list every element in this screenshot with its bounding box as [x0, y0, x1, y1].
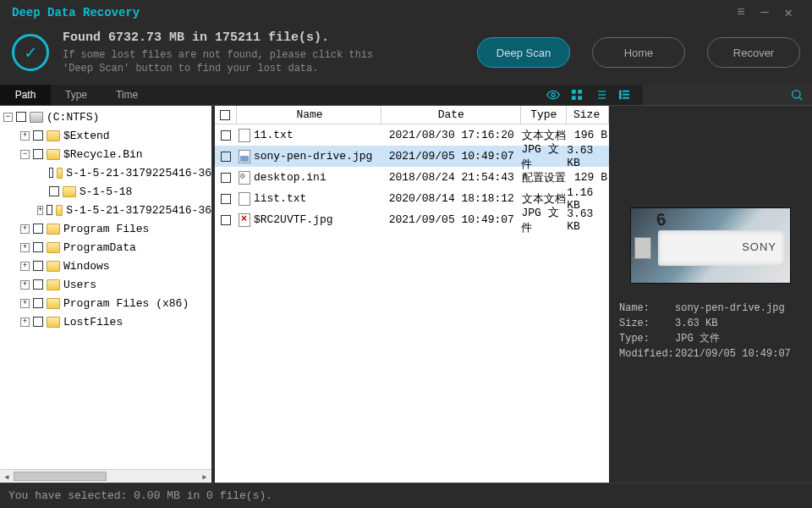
- tree-item-label[interactable]: ProgramData: [63, 241, 136, 254]
- tree-item-label[interactable]: $Recycle.Bin: [63, 148, 143, 161]
- titlebar: Deep Data Recovery ≡ — ✕: [0, 0, 812, 25]
- view-tabbar: Path Type Time: [0, 85, 812, 106]
- folder-icon: [56, 205, 63, 216]
- file-checkbox[interactable]: [221, 152, 231, 162]
- tree-expand-icon[interactable]: +: [20, 243, 30, 252]
- tree-checkbox[interactable]: [33, 130, 43, 141]
- file-checkbox[interactable]: [221, 173, 231, 183]
- tree-expand-icon[interactable]: +: [20, 299, 30, 308]
- file-checkbox[interactable]: [221, 194, 231, 204]
- tree-expand-icon[interactable]: +: [20, 224, 30, 234]
- tree-item-label[interactable]: S-1-5-21-3179225416-36: [66, 167, 211, 179]
- tree-checkbox[interactable]: [33, 224, 43, 234]
- tree-collapse-icon[interactable]: −: [20, 150, 30, 159]
- file-type-icon: [239, 129, 250, 142]
- file-checkbox[interactable]: [221, 215, 231, 225]
- file-type-icon: [239, 171, 250, 185]
- tree-checkbox[interactable]: [33, 298, 43, 308]
- file-list[interactable]: Name Date Type Size 11.txt2021/08/30 17:…: [211, 106, 609, 483]
- file-type: JPG 文件: [521, 146, 567, 167]
- folder-icon: [47, 224, 60, 235]
- select-all-checkbox[interactable]: [220, 110, 230, 120]
- tree-expand-icon[interactable]: +: [20, 280, 30, 290]
- scroll-right-icon[interactable]: ▸: [198, 470, 211, 483]
- grid-view-icon[interactable]: [565, 85, 589, 105]
- tree-checkbox[interactable]: [33, 279, 43, 290]
- folder-icon: [57, 168, 63, 179]
- tree-expand-icon[interactable]: +: [20, 262, 30, 271]
- svg-point-15: [793, 91, 800, 98]
- meta-name-value: sony-pen-drive.jpg: [675, 301, 785, 316]
- tree-collapse-icon[interactable]: −: [3, 113, 13, 122]
- detail-view-icon[interactable]: [612, 85, 636, 105]
- scan-summary-text: Found 6732.73 MB in 175211 file(s). If s…: [63, 30, 455, 76]
- file-preview-thumbnail: 6: [630, 207, 791, 284]
- search-input[interactable]: [643, 85, 812, 105]
- details-panel: 6 Name:sony-pen-drive.jpg Size:3.63 KB T…: [609, 106, 812, 483]
- close-icon[interactable]: ✕: [776, 4, 800, 21]
- scroll-left-icon[interactable]: ◂: [0, 470, 14, 483]
- file-checkbox[interactable]: [221, 130, 231, 141]
- preview-toggle-icon[interactable]: [541, 85, 565, 105]
- tree-checkbox[interactable]: [33, 261, 43, 271]
- tree-item-label[interactable]: Program Files (x86): [63, 297, 189, 310]
- file-name: 11.txt: [254, 129, 294, 141]
- deep-scan-button[interactable]: Deep Scan: [477, 37, 570, 68]
- tree-item-label[interactable]: $Extend: [63, 130, 110, 142]
- home-button[interactable]: Home: [592, 37, 685, 68]
- tab-time[interactable]: Time: [102, 85, 152, 105]
- recover-button[interactable]: Recover: [707, 37, 800, 68]
- tab-type[interactable]: Type: [51, 85, 102, 105]
- svg-rect-2: [578, 90, 582, 94]
- tree-checkbox[interactable]: [16, 112, 26, 122]
- folder-icon: [63, 186, 76, 197]
- list-view-icon[interactable]: [589, 85, 612, 105]
- file-row[interactable]: sony-pen-drive.jpg2021/09/05 10:49:07JPG…: [215, 146, 609, 167]
- file-name: sony-pen-drive.jpg: [254, 150, 372, 163]
- col-size[interactable]: Size: [567, 106, 609, 124]
- tree-checkbox[interactable]: [33, 317, 43, 327]
- tree-item-label[interactable]: S-1-5-21-3179225416-36: [66, 204, 211, 217]
- tree-item-label[interactable]: Program Files: [63, 223, 149, 235]
- tree-root-label[interactable]: (C:NTFS): [47, 111, 99, 124]
- minimize-icon[interactable]: —: [753, 5, 776, 20]
- folder-icon: [47, 261, 60, 272]
- tree-checkbox[interactable]: [49, 186, 59, 196]
- folder-icon: [47, 317, 60, 328]
- tree-expand-icon[interactable]: +: [20, 318, 30, 327]
- file-date: 2021/08/30 17:16:20: [381, 124, 521, 146]
- file-size: 3.63 KB: [567, 146, 609, 167]
- meta-size-value: 3.63 KB: [675, 316, 717, 331]
- meta-type-value: JPG 文件: [675, 331, 720, 346]
- file-row[interactable]: desktop.ini2018/08/24 21:54:43配置设置129 B: [215, 167, 609, 188]
- svg-point-0: [551, 93, 555, 97]
- file-date: 2018/08/24 21:54:43: [381, 167, 521, 188]
- tree-item-label[interactable]: S-1-5-18: [80, 185, 132, 198]
- tab-path[interactable]: Path: [0, 85, 51, 105]
- tree-expand-icon[interactable]: +: [37, 206, 43, 215]
- menu-icon[interactable]: ≡: [729, 5, 753, 20]
- tree-checkbox[interactable]: [47, 205, 52, 215]
- file-name: desktop.ini: [254, 171, 326, 184]
- tree-item-label[interactable]: Windows: [63, 260, 110, 273]
- hint-line-1: If some lost files are not found, please…: [63, 48, 455, 62]
- col-date[interactable]: Date: [381, 106, 521, 124]
- folder-icon: [47, 130, 60, 141]
- scroll-thumb[interactable]: [14, 472, 107, 481]
- file-size: 196 B: [567, 124, 609, 146]
- meta-name-key: Name:: [619, 301, 675, 316]
- tree-item-label[interactable]: Users: [63, 279, 96, 291]
- tree-checkbox[interactable]: [49, 168, 53, 178]
- tree-checkbox[interactable]: [33, 149, 43, 159]
- tree-checkbox[interactable]: [33, 242, 43, 252]
- col-name[interactable]: Name: [237, 106, 381, 124]
- meta-modified-value: 2021/09/05 10:49:07: [675, 346, 791, 362]
- tree-horizontal-scrollbar[interactable]: ◂ ▸: [0, 469, 211, 483]
- tree-expand-icon[interactable]: +: [20, 131, 30, 141]
- status-bar: You have selected: 0.00 MB in 0 file(s).: [0, 483, 812, 508]
- file-row[interactable]: $RC2UVTF.jpg2021/09/05 10:49:07JPG 文件3.6…: [215, 209, 609, 230]
- svg-rect-13: [623, 94, 629, 96]
- folder-tree[interactable]: − (C:NTFS) + $Extend − $Recycle.Bin S-1-…: [0, 106, 211, 483]
- tree-item-label[interactable]: LostFiles: [63, 316, 123, 329]
- col-type[interactable]: Type: [521, 106, 567, 124]
